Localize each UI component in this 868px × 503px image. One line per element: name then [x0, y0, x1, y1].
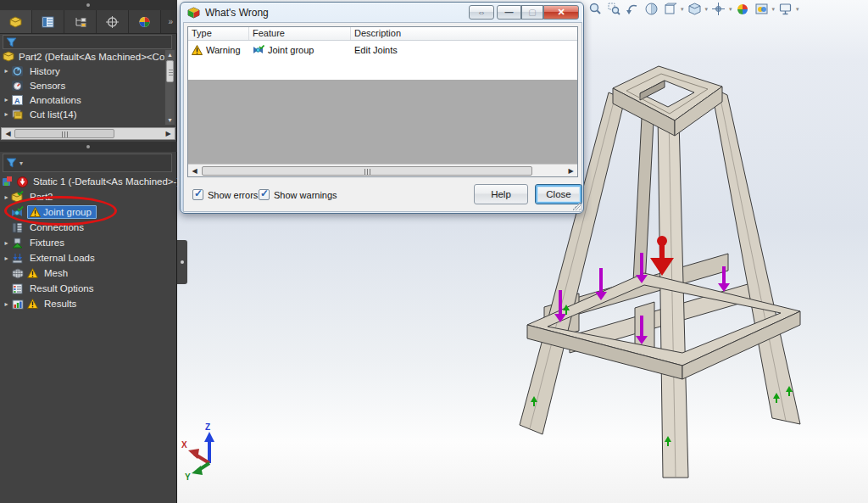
splitter-dot-icon: [86, 3, 90, 7]
tree-item-part2[interactable]: ▸ Part2: [2, 189, 175, 204]
tree-item-static-study[interactable]: Static 1 (-Default<As Machined>-): [2, 174, 175, 189]
column-description[interactable]: Description: [351, 27, 577, 40]
scroll-up-icon[interactable]: ▲: [165, 50, 175, 59]
tree-item-results[interactable]: ▸ Results: [2, 296, 175, 311]
errors-table[interactable]: Type Feature Description Warning Joint g…: [187, 26, 578, 177]
selected-highlight: Joint group: [27, 205, 97, 219]
whats-wrong-dialog: What's Wrong ⇔ — ▢ ✕ Type Feature Descri…: [180, 2, 584, 214]
warning-icon: [27, 268, 38, 278]
connections-icon: [11, 221, 24, 233]
filter-caret-icon[interactable]: ▾: [19, 159, 23, 167]
tree-item-label: Fixtures: [27, 237, 67, 249]
feature-manager-panel: » Part2 (Default<As Machined><Cop ▸ Hist…: [0, 0, 177, 503]
run-down-arrow-icon: [16, 176, 29, 187]
part-icon: [9, 16, 22, 28]
expand-arrow-icon[interactable]: ▸: [2, 239, 11, 247]
tab-dimxpertmanager[interactable]: [97, 10, 129, 33]
cutlist-icon: [11, 109, 24, 120]
column-type[interactable]: Type: [188, 27, 249, 40]
minimize-button[interactable]: —: [497, 5, 521, 20]
fixtures-icon: [11, 237, 24, 249]
dimxpert-crosshair-icon: [106, 16, 119, 28]
external-loads-icon: [11, 252, 24, 264]
expand-arrow-icon[interactable]: ▸: [2, 300, 11, 308]
tree-item-cutlist[interactable]: ▸ Cut list(14): [2, 107, 164, 121]
splitter-dot-icon: [86, 145, 90, 148]
results-icon: [11, 298, 24, 310]
tab-featuremanager[interactable]: [0, 10, 32, 33]
model-back-leg: [633, 101, 654, 285]
simulation-filter-bar[interactable]: ▾: [3, 154, 172, 172]
joint-group-icon: [11, 206, 24, 218]
tab-overflow-chevron[interactable]: »: [164, 10, 177, 33]
scrollbar-thumb[interactable]: [14, 129, 114, 138]
property-list-icon: [42, 16, 54, 28]
filter-funnel-icon: [6, 158, 17, 168]
scrollbar-thumb[interactable]: [166, 60, 174, 82]
tab-propertymanager[interactable]: [32, 10, 64, 33]
resize-grip[interactable]: [572, 202, 581, 210]
scroll-right-icon[interactable]: ▶: [162, 128, 175, 139]
panel-collapse-handle[interactable]: [177, 240, 187, 284]
tree-item-connections[interactable]: Connections: [2, 220, 175, 235]
tree-filter-bar[interactable]: [3, 35, 172, 49]
history-icon: [11, 65, 24, 77]
table-hscrollbar[interactable]: ◀ ▶: [188, 164, 577, 176]
tree-item-mesh[interactable]: Mesh: [2, 265, 175, 281]
triad-x-label: X: [181, 440, 187, 450]
table-row[interactable]: Warning Joint group Edit Joints: [188, 42, 577, 58]
study-icon: [2, 176, 14, 187]
tree-item-label: Joint group: [41, 206, 94, 218]
tree-item-label: Result Options: [27, 282, 96, 294]
help-button[interactable]: Help: [474, 184, 528, 204]
checkbox-icon[interactable]: ✓: [192, 189, 203, 200]
context-help-button[interactable]: ⇔: [469, 5, 494, 20]
tree-item-part2-root[interactable]: Part2 (Default<As Machined><Cop: [2, 49, 164, 64]
tree-item-label: Part2: [27, 191, 56, 203]
tab-displaymanager[interactable]: [129, 10, 161, 33]
feature-tree-hscrollbar[interactable]: ◀ ▶: [1, 127, 175, 140]
tree-item-sensors[interactable]: Sensors: [2, 78, 164, 92]
joint-group-icon: [253, 45, 264, 55]
dialog-title: What's Wrong: [205, 7, 269, 19]
table-header: Type Feature Description: [188, 27, 577, 41]
triad-y-label: Y: [185, 472, 191, 482]
warning-icon: [192, 45, 203, 55]
tree-item-annotations[interactable]: ▸ A Annotations: [2, 92, 164, 107]
handle-dot-icon: [181, 260, 184, 264]
panel-splitter-top[interactable]: [0, 0, 177, 10]
scroll-right-icon[interactable]: ▶: [565, 165, 577, 176]
tab-configurationmanager[interactable]: [64, 10, 97, 33]
warning-icon: [27, 299, 38, 309]
expand-arrow-icon[interactable]: ▸: [2, 110, 11, 118]
expand-arrow-icon[interactable]: ▸: [2, 67, 11, 75]
scrollbar-thumb[interactable]: [202, 166, 532, 176]
expand-arrow-icon[interactable]: ▸: [2, 193, 11, 201]
configuration-tree-icon: [74, 16, 86, 28]
scroll-down-icon[interactable]: ▼: [165, 115, 175, 125]
show-errors-checkbox[interactable]: ✓ Show errors: [192, 189, 258, 200]
maximize-button[interactable]: ▢: [521, 5, 543, 20]
tree-item-external-loads[interactable]: ▸ External Loads: [2, 250, 175, 265]
panel-splitter-mid[interactable]: [0, 142, 177, 152]
scroll-left-icon[interactable]: ◀: [2, 128, 14, 139]
tree-item-result-options[interactable]: Result Options: [2, 281, 175, 296]
checkbox-icon[interactable]: ✓: [259, 189, 270, 200]
whats-wrong-icon: [187, 7, 200, 19]
tree-item-joint-group[interactable]: Joint group: [2, 204, 175, 220]
tree-item-label: History: [27, 65, 63, 77]
column-feature[interactable]: Feature: [249, 27, 351, 40]
expand-arrow-icon[interactable]: ▸: [2, 254, 11, 262]
tree-item-history[interactable]: ▸ History: [2, 64, 164, 78]
triad-z-label: Z: [205, 422, 210, 432]
scroll-left-icon[interactable]: ◀: [188, 165, 201, 176]
expand-arrow-icon[interactable]: ▸: [2, 96, 11, 103]
show-warnings-checkbox[interactable]: ✓ Show warnings: [259, 189, 337, 200]
model-front-leg: [658, 113, 688, 478]
close-window-button[interactable]: ✕: [543, 5, 579, 20]
orientation-triad: [188, 432, 214, 475]
part-check-icon: [11, 191, 24, 203]
feature-tree-vscrollbar[interactable]: ▲ ▼: [164, 49, 175, 126]
result-options-icon: [11, 282, 24, 294]
tree-item-fixtures[interactable]: ▸ Fixtures: [2, 235, 175, 250]
